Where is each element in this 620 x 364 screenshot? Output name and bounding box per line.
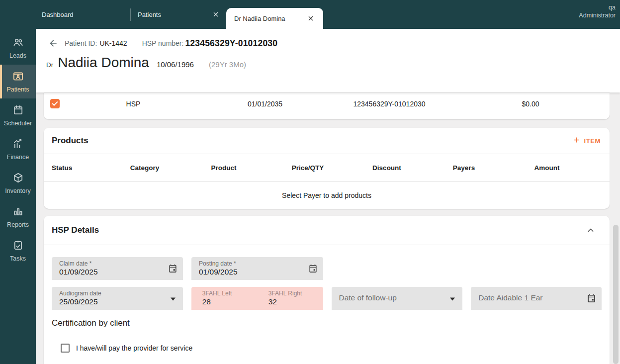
sidebar-item-scheduler[interactable]: Scheduler <box>0 98 36 132</box>
calendar-icon <box>12 104 24 117</box>
payer-row: HSP 01/01/2035 123456329Y-01012030 $0.00 <box>44 92 610 119</box>
posting-date-value: 01/09/2025 <box>199 268 238 276</box>
audiogram-date-label: Audiogram date <box>59 290 101 297</box>
fahl-right-label: 3FAHL Right <box>268 290 302 297</box>
products-empty-message: Select Payer to add products <box>44 182 610 209</box>
sidebar-item-finance[interactable]: Finance <box>0 132 36 166</box>
payer-amount: $0.00 <box>451 100 610 108</box>
claim-date-label: Claim date * <box>59 260 91 267</box>
chevron-up-icon[interactable] <box>586 225 596 235</box>
hsp-number-value: 123456329Y-01012030 <box>185 38 277 49</box>
tab-dr-nadiia-domina[interactable]: Dr Nadiia Domina <box>226 8 323 29</box>
tab-label: Dr Nadiia Domina <box>234 15 285 22</box>
sidebar-item-label: Tasks <box>10 255 26 262</box>
bar-chart-icon <box>12 206 24 219</box>
date-aidable-placeholder: Date Aidable 1 Ear <box>478 293 542 302</box>
sidebar-item-reports[interactable]: Reports <box>0 200 36 234</box>
products-title: Products <box>52 136 89 146</box>
user-role: Administrator <box>579 11 616 19</box>
sidebar-item-label: Scheduler <box>4 120 32 127</box>
fahl-left-value: 28 <box>202 297 211 306</box>
posting-date-label: Posting date * <box>199 260 236 267</box>
sidebar-item-label: Patients <box>6 86 29 93</box>
sidebar-item-inventory[interactable]: Inventory <box>0 166 36 200</box>
payer-number: 123456329Y-01012030 <box>327 100 451 108</box>
payer-checkbox-checked[interactable] <box>50 99 60 108</box>
main-content: HSP 01/01/2035 123456329Y-01012030 $0.00… <box>36 92 620 364</box>
sidebar: Leads Patients Scheduler Finance Invento… <box>0 0 36 364</box>
posting-date-field[interactable]: Posting date * 01/09/2025 <box>191 257 323 280</box>
column-discount: Discount <box>349 164 425 172</box>
back-arrow-icon[interactable] <box>48 38 58 48</box>
topbar: Dashboard Patients Dr Nadiia Domina qa A… <box>36 0 620 29</box>
chevron-down-icon <box>450 298 455 301</box>
sidebar-item-label: Finance <box>7 154 29 161</box>
tab-label: Patients <box>138 11 161 18</box>
sidebar-item-patients[interactable]: Patients <box>0 65 36 98</box>
patient-name: Nadiia Domina <box>58 55 149 71</box>
add-item-button[interactable]: ITEM <box>572 136 601 146</box>
calendar-icon[interactable] <box>587 294 596 303</box>
audiogram-date-value: 25/09/2025 <box>59 297 98 306</box>
sidebar-item-label: Leads <box>9 52 26 59</box>
hsp-details-title: HSP Details <box>52 225 99 235</box>
column-category: Category <box>108 164 181 172</box>
tab-label: Dashboard <box>42 11 74 18</box>
add-item-label: ITEM <box>584 137 601 145</box>
close-icon[interactable] <box>212 10 220 18</box>
trend-chart-icon <box>12 138 24 151</box>
products-card: Products ITEM Status Category Product Pr… <box>44 128 610 209</box>
fahl-field[interactable]: 3FAHL Left 28 3FAHL Right 32 <box>191 287 323 310</box>
column-status: Status <box>44 164 108 172</box>
date-aidable-field[interactable]: Date Aidable 1 Ear <box>471 287 602 310</box>
certification-row: I have/will pay the provider for service <box>61 344 602 353</box>
sidebar-item-label: Inventory <box>5 187 30 194</box>
tab-dashboard[interactable]: Dashboard <box>36 0 130 29</box>
certification-checkbox[interactable] <box>61 344 70 353</box>
column-payers: Payers <box>425 164 503 172</box>
user-name: qa <box>579 3 616 11</box>
tab-patients[interactable]: Patients <box>131 0 226 29</box>
patient-title-prefix: Dr <box>46 61 53 69</box>
claim-date-value: 01/09/2025 <box>59 268 98 276</box>
id-card-icon <box>12 71 24 84</box>
payer-expiry-date: 01/01/2035 <box>203 100 327 108</box>
patient-age: (29Yr 3Mo) <box>209 60 246 69</box>
cube-icon <box>12 172 24 185</box>
close-icon[interactable] <box>307 14 315 22</box>
user-info[interactable]: qa Administrator <box>579 3 616 19</box>
sidebar-item-leads[interactable]: Leads <box>0 31 36 65</box>
vertical-scrollbar[interactable] <box>613 225 619 364</box>
column-product: Product <box>181 164 266 172</box>
clipboard-check-icon <box>12 240 24 253</box>
hsp-number-label: HSP number: <box>142 39 184 47</box>
payer-type: HSP <box>64 100 203 108</box>
hsp-details-card: HSP Details Claim date * 01/09/2025 Post… <box>44 216 610 364</box>
column-amount: Amount <box>503 164 591 172</box>
calendar-icon[interactable] <box>168 264 177 273</box>
column-price-qty: Price/QTY <box>266 164 349 172</box>
certification-title: Certification by client <box>52 318 602 328</box>
patient-id-row: Patient ID: UK-1442 HSP number: 12345632… <box>48 38 277 49</box>
certification-checkbox-label: I have/will pay the provider for service <box>76 344 192 352</box>
patient-name-row: Dr Nadiia Domina 10/06/1996 (29Yr 3Mo) <box>46 55 246 71</box>
claim-date-field[interactable]: Claim date * 01/09/2025 <box>52 257 183 280</box>
patient-id-value: UK-1442 <box>99 39 127 47</box>
date-follow-up-field[interactable]: Date of follow-up <box>332 287 463 310</box>
fahl-right-value: 32 <box>268 297 277 306</box>
calendar-icon[interactable] <box>308 264 318 273</box>
fahl-left-label: 3FAHL Left <box>202 290 232 297</box>
plus-icon <box>572 136 581 146</box>
audiogram-date-field[interactable]: Audiogram date 25/09/2025 <box>52 287 183 310</box>
people-icon <box>12 37 24 50</box>
products-table-header: Status Category Product Price/QTY Discou… <box>44 154 610 181</box>
patient-id-label: Patient ID: <box>65 39 97 47</box>
chevron-down-icon <box>171 298 176 301</box>
sidebar-item-label: Reports <box>7 221 29 228</box>
patient-header: Patient ID: UK-1442 HSP number: 12345632… <box>36 29 620 92</box>
patient-dob: 10/06/1996 <box>157 60 194 69</box>
sidebar-item-tasks[interactable]: Tasks <box>0 234 36 268</box>
date-follow-up-placeholder: Date of follow-up <box>339 293 397 302</box>
